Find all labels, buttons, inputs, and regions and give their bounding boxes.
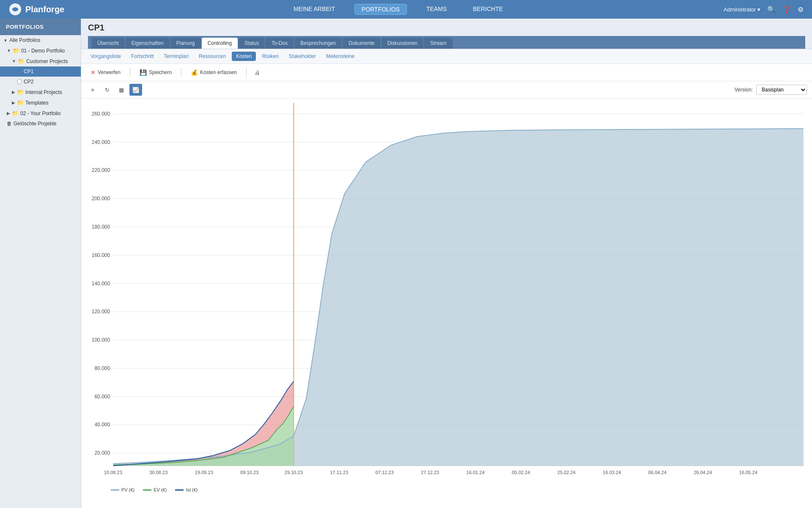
sub-tab-vorgangsliste[interactable]: Vorgangsliste [86, 52, 125, 61]
sidebar-label-cp2: CP2 [24, 79, 33, 85]
bar-chart-icon: ▦ [119, 87, 124, 93]
svg-text:240.000: 240.000 [92, 139, 110, 145]
sub-tab-meilensteine[interactable]: Meilensteine [322, 52, 359, 61]
tab-bar: Übersicht Eigenschaften Planung Controll… [88, 36, 805, 49]
legend-pv: PV (€) [111, 487, 134, 492]
user-menu[interactable]: Administrator ▾ [724, 6, 760, 13]
speichern-icon: 💾 [140, 69, 147, 76]
sidebar-item-cp1[interactable]: CP1 [0, 66, 81, 77]
toolbar: ✕ Verwerfen 💾 Speichern 💰 Kosten erfasse… [81, 64, 812, 81]
version-select[interactable]: Basisplan [756, 85, 807, 95]
svg-text:220.000: 220.000 [92, 167, 110, 173]
verwerfen-label: Verwerfen [98, 69, 121, 75]
top-navigation: Planforge MEINE ARBEIT PORTFOLIOS TEAMS … [0, 0, 812, 19]
tab-status[interactable]: Status [239, 38, 265, 49]
verwerfen-icon: ✕ [91, 69, 96, 76]
sidebar-item-demo-portfolio[interactable]: ▼ 📁 01 - Demo Portfolio [0, 45, 81, 56]
svg-text:06.04.24: 06.04.24 [648, 470, 667, 475]
tab-planung[interactable]: Planung [170, 38, 201, 49]
page-header: CP1 Übersicht Eigenschaften Planung Cont… [81, 19, 812, 49]
svg-text:27.12.23: 27.12.23 [421, 470, 439, 475]
svg-text:26.04.24: 26.04.24 [694, 470, 712, 475]
tab-eigenschaften[interactable]: Eigenschaften [126, 38, 170, 49]
trash-icon: 🗑 [7, 121, 12, 127]
help-icon[interactable]: ❓ [782, 6, 791, 14]
nav-berichte[interactable]: BERICHTE [466, 4, 510, 15]
sidebar-item-templates[interactable]: ▶ 📁 Templates [0, 97, 81, 108]
tab-dokumente[interactable]: Dokumente [343, 38, 380, 49]
sub-tab-ressourcen[interactable]: Ressourcen [195, 52, 230, 61]
svg-text:10.08.23: 10.08.23 [104, 470, 122, 475]
ev-legend-label: EV (€) [154, 487, 167, 492]
speichern-button[interactable]: 💾 Speichern [135, 67, 176, 77]
svg-text:100.000: 100.000 [92, 337, 110, 343]
sub-tab-fortschritt[interactable]: Fortschritt [127, 52, 158, 61]
folder-icon-demo: 📁 [13, 47, 19, 54]
expand-icon-demo: ▼ [7, 48, 11, 53]
sidebar-item-internal-projects[interactable]: ▶ 📁 Internal Projects [0, 87, 81, 97]
circle-icon-cp2 [17, 79, 22, 84]
legend-ev: EV (€) [143, 487, 167, 492]
tab-stream[interactable]: Stream [424, 38, 453, 49]
refresh-icon: ↻ [105, 87, 110, 93]
sidebar-item-cp2[interactable]: CP2 [0, 77, 81, 87]
top-nav-right: Administrator ▾ 🔍 ❓ ⚙ [724, 6, 804, 14]
kosten-icon: 💰 [191, 69, 198, 76]
sub-tab-terminplan[interactable]: Terminplan [159, 52, 193, 61]
search-icon[interactable]: 🔍 [767, 6, 776, 14]
tab-besprechungen[interactable]: Besprechungen [294, 38, 342, 49]
tab-to-dos[interactable]: To-Dos [266, 38, 294, 49]
logo[interactable]: Planforge [8, 3, 64, 16]
legend-ist: Ist (€) [175, 487, 198, 492]
svg-text:260.000: 260.000 [92, 111, 110, 117]
list-view-button[interactable]: ≡ [86, 84, 99, 96]
toolbar-sep-3 [246, 68, 247, 77]
settings-icon[interactable]: ⚙ [798, 6, 804, 14]
speichern-label: Speichern [149, 69, 172, 75]
svg-text:29.10.23: 29.10.23 [285, 470, 303, 475]
pv-legend-line [111, 489, 119, 491]
sidebar-label-alle-portfolios: Alle Portfolios [9, 37, 40, 43]
verwerfen-button[interactable]: ✕ Verwerfen [86, 67, 125, 77]
sidebar-item-customer-projects[interactable]: ▼ 📁 Customer Projects [0, 56, 81, 66]
list-view-icon: ≡ [91, 87, 94, 93]
nav-teams[interactable]: TEAMS [420, 4, 453, 15]
svg-text:16.01.24: 16.01.24 [466, 470, 485, 475]
sidebar: PORTFOLIOS ▼ Alle Portfolios ▼ 📁 01 - De… [0, 19, 81, 508]
folder-icon-ip: 📁 [17, 89, 24, 95]
tab-diskussionen[interactable]: Diskussionen [381, 38, 423, 49]
bar-chart-button[interactable]: ▦ [115, 84, 128, 96]
content-area: CP1 Übersicht Eigenschaften Planung Cont… [81, 19, 812, 508]
toolbar-sep-1 [130, 68, 130, 77]
sidebar-item-geloschte[interactable]: 🗑 Gelöschte Projekte [0, 119, 81, 129]
chart-controls: ≡ ↻ ▦ 📈 Version: Basisplan [81, 81, 812, 99]
ist-legend-line [175, 489, 184, 491]
svg-text:16.05.24: 16.05.24 [739, 470, 757, 475]
line-chart-button[interactable]: 📈 [129, 84, 142, 96]
sub-tab-kosten[interactable]: Kosten [232, 52, 256, 61]
svg-text:16.03.24: 16.03.24 [603, 470, 621, 475]
svg-text:160.000: 160.000 [92, 252, 110, 258]
print-button[interactable]: 🖨 [252, 66, 263, 78]
main-layout: PORTFOLIOS ▼ Alle Portfolios ▼ 📁 01 - De… [0, 19, 812, 508]
ist-legend-label: Ist (€) [186, 487, 198, 492]
sidebar-item-alle-portfolios[interactable]: ▼ Alle Portfolios [0, 35, 81, 45]
svg-text:40.000: 40.000 [94, 422, 110, 428]
sub-tab-stakeholder[interactable]: Stakeholder [285, 52, 320, 61]
svg-text:180.000: 180.000 [92, 224, 110, 230]
svg-text:19.09.23: 19.09.23 [195, 470, 213, 475]
nav-meine-arbeit[interactable]: MEINE ARBEIT [287, 4, 342, 15]
svg-text:80.000: 80.000 [94, 365, 110, 371]
svg-text:09.10.23: 09.10.23 [240, 470, 258, 475]
sidebar-label-cp1: CP1 [24, 69, 33, 75]
expand-icon-ip: ▶ [12, 90, 15, 94]
tab-controlling[interactable]: Controlling [202, 38, 238, 49]
svg-text:60.000: 60.000 [94, 394, 110, 400]
kosten-erfassen-button[interactable]: 💰 Kosten erfassen [187, 67, 241, 77]
sidebar-item-your-portfolio[interactable]: ▶ 📁 02 - Your Portfolio [0, 108, 81, 119]
nav-portfolios[interactable]: PORTFOLIOS [354, 4, 407, 15]
refresh-button[interactable]: ↻ [101, 84, 113, 96]
folder-icon-cp: 📁 [18, 58, 25, 64]
tab-ubersicht[interactable]: Übersicht [91, 38, 125, 49]
sub-tab-risiken[interactable]: Risiken [258, 52, 283, 61]
